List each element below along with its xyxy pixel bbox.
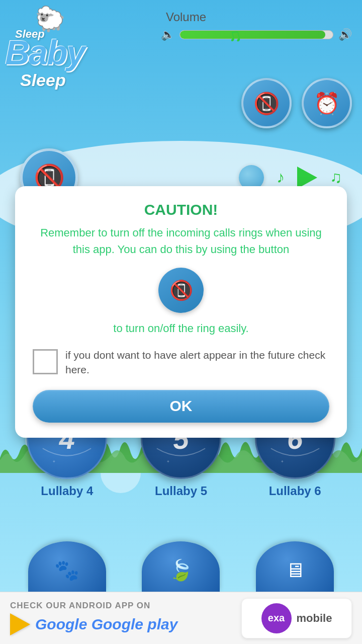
logo-baby-text: Baby <box>5 33 84 72</box>
bottom-banner: CHECK OUR ANDROID APP ON Google Google p… <box>0 592 362 644</box>
play-button[interactable] <box>297 167 317 189</box>
volume-high-icon: 🔊 <box>338 28 352 41</box>
timer-button[interactable]: ⏰ <box>302 78 352 128</box>
timer-icon: ⏰ <box>314 91 340 116</box>
bottom-icon-2: 🍃 <box>168 558 194 582</box>
phone-dialog-icon: 📵 <box>169 279 193 301</box>
phone-mute-button[interactable]: 📵 <box>241 78 292 128</box>
caution-message: Remember to turn off the incoming calls … <box>33 224 329 258</box>
volume-control[interactable]: 🔈 🔊 <box>161 28 352 41</box>
checkbox-label-text: if you dont want to have alert appear in… <box>65 348 329 377</box>
volume-low-icon: 🔈 <box>161 28 174 41</box>
bottom-button-2[interactable]: 🍃 <box>142 541 220 592</box>
bottom-icon-3: 🖥 <box>285 559 305 582</box>
music-note-icon: ♪ <box>277 168 285 187</box>
play-word: Google play <box>92 616 178 632</box>
caution-title: CAUTION! <box>33 201 329 218</box>
exa-mobile-badge[interactable]: exa mobile <box>241 598 352 638</box>
ok-button[interactable]: OK <box>33 390 329 423</box>
bottom-icon-1: 🐾 <box>54 558 79 582</box>
bottom-button-3[interactable]: 🖥 <box>256 541 334 592</box>
svg-text:✦: ✦ <box>166 459 170 464</box>
header: 🐑 Sleep Baby Sleep ♫ Volume 🔈 🔊 📵 ⏰ <box>0 0 362 141</box>
bottom-circles: 🐾 🍃 🖥 <box>0 541 362 592</box>
volume-track[interactable] <box>179 30 333 39</box>
lullaby-4-label: Lullaby 4 <box>41 484 93 498</box>
music-note-icon-2: ♫ <box>330 168 342 187</box>
ring-instruction-text: to turn on/off the ring easily. <box>33 322 329 335</box>
google-word: Google <box>35 616 92 632</box>
bottom-button-1[interactable]: 🐾 <box>28 541 106 592</box>
volume-fill <box>180 31 325 39</box>
google-play-triangle-icon <box>10 613 30 635</box>
app-logo: 🐑 Sleep Baby Sleep <box>5 5 126 106</box>
google-play-row[interactable]: Google Google play <box>10 613 241 635</box>
exa-text: exa <box>268 612 285 624</box>
checkbox-row: if you dont want to have alert appear in… <box>33 348 329 377</box>
banner-left: CHECK OUR ANDROID APP ON Google Google p… <box>10 601 241 635</box>
top-buttons: 📵 ⏰ <box>241 78 352 128</box>
volume-label: Volume <box>161 10 352 24</box>
volume-section: Volume 🔈 🔊 <box>161 10 352 41</box>
phone-icon: 📵 <box>253 91 280 116</box>
svg-text:✦: ✦ <box>281 459 284 464</box>
mobile-text: mobile <box>297 612 332 625</box>
logo-sleep-bottom: Sleep <box>20 70 66 90</box>
caution-dialog: CAUTION! Remember to turn off the incomi… <box>15 186 347 438</box>
future-alert-checkbox[interactable] <box>33 349 58 374</box>
lullaby-5-label: Lullaby 5 <box>155 484 207 498</box>
svg-text:✦: ✦ <box>52 459 56 464</box>
google-play-text: Google Google play <box>35 616 177 633</box>
phone-icon-dialog-container: 📵 <box>33 268 329 313</box>
phone-circle-dialog: 📵 <box>158 268 204 313</box>
exa-circle-logo: exa <box>261 603 292 633</box>
banner-check-text: CHECK OUR ANDROID APP ON <box>10 601 241 611</box>
lullaby-6-label: Lullaby 6 <box>269 484 321 498</box>
